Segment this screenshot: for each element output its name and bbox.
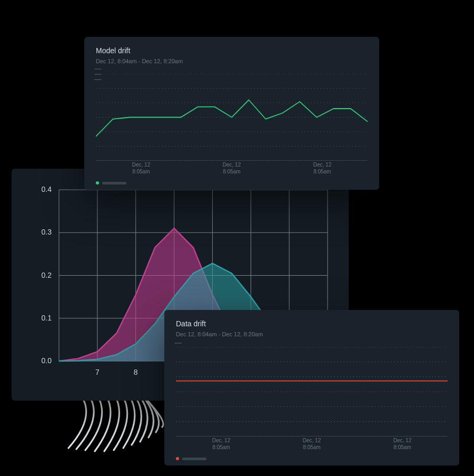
- data-drift-xaxis: Dec, 128:05am Dec, 128:05am Dec, 128:05a…: [176, 437, 448, 451]
- legend-dot-icon: [96, 181, 99, 184]
- model-drift-chart: [96, 74, 368, 161]
- xaxis-tick: Dec, 128:05am: [313, 161, 331, 175]
- model-drift-title: Model drift: [96, 46, 368, 55]
- xaxis-tick: Dec, 128:05am: [393, 437, 411, 451]
- model-drift-subtitle: Dec 12, 8:04am - Dec 12, 8:20am: [96, 58, 368, 64]
- data-drift-subtitle: Dec 12, 8:04am - Dec 12, 8:20am: [176, 331, 448, 337]
- svg-text:0.3: 0.3: [42, 228, 52, 236]
- data-drift-legend: [176, 457, 206, 460]
- legend-placeholder-icon: [102, 182, 126, 184]
- model-drift-xaxis: Dec, 128:05am Dec, 128:05am Dec, 128:05a…: [96, 161, 368, 175]
- xaxis-tick: Dec, 128:05am: [212, 437, 230, 451]
- svg-text:7: 7: [95, 368, 100, 376]
- svg-text:0.1: 0.1: [42, 314, 52, 322]
- xaxis-tick: Dec, 128:05am: [223, 161, 241, 175]
- data-drift-title: Data drift: [176, 319, 448, 328]
- data-drift-panel: Data drift Dec 12, 8:04am - Dec 12, 8:20…: [164, 310, 459, 465]
- svg-text:0.2: 0.2: [42, 271, 52, 279]
- model-drift-panel: Model drift Dec 12, 8:04am - Dec 12, 8:2…: [84, 37, 379, 190]
- svg-text:0.4: 0.4: [42, 185, 52, 193]
- legend-placeholder-icon: [182, 458, 206, 460]
- svg-text:0.0: 0.0: [42, 356, 52, 365]
- data-drift-chart: [176, 347, 448, 436]
- xaxis-tick: Dec, 128:05am: [303, 437, 321, 451]
- xaxis-tick: Dec, 128:05am: [132, 161, 150, 175]
- legend-dot-icon: [176, 457, 179, 460]
- svg-text:8: 8: [134, 368, 138, 376]
- model-drift-legend: [96, 181, 126, 184]
